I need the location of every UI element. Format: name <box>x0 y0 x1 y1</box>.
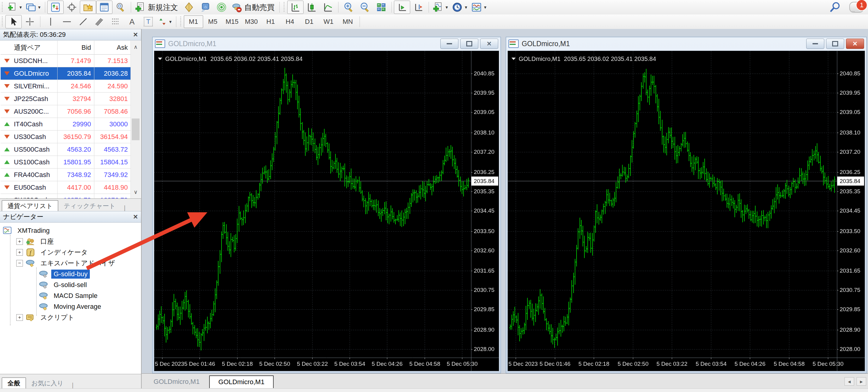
horizontal-line-button[interactable] <box>59 15 75 28</box>
toolbar-grip[interactable] <box>180 17 182 27</box>
toolbar-grip[interactable] <box>1 2 4 12</box>
line-chart-button[interactable] <box>320 1 336 14</box>
navigator-toggle-button[interactable] <box>80 1 96 14</box>
vertical-line-button[interactable] <box>42 15 59 28</box>
tab-tick-chart[interactable]: ティックチャート <box>58 201 121 211</box>
close-button[interactable]: ✕ <box>846 39 864 49</box>
chevron-down-icon[interactable]: ▼ <box>464 5 468 10</box>
scroll-up-button[interactable]: ∧ <box>131 41 141 53</box>
new-order-button[interactable]: 新規注文 <box>133 1 181 14</box>
tile-windows-button[interactable] <box>373 1 390 14</box>
close-button[interactable]: ✕ <box>480 39 498 49</box>
price-chart-canvas[interactable] <box>508 51 865 371</box>
candlestick-chart-button[interactable] <box>304 1 320 14</box>
timeframe-button-m1[interactable]: M1 <box>184 16 203 28</box>
tab-common[interactable]: 全般 <box>2 378 26 389</box>
notification-badge[interactable]: 1 <box>856 0 867 11</box>
minimize-button[interactable] <box>440 39 458 49</box>
window-titlebar[interactable]: GOLDmicro,M1 ✕ <box>506 37 867 50</box>
signals-button[interactable] <box>213 1 230 14</box>
chart-tab-0[interactable]: GOLDmicro,M1 <box>144 375 209 388</box>
tab-symbol-list[interactable]: 通貨ペアリスト <box>2 200 58 211</box>
strategy-tester-button[interactable] <box>113 1 129 14</box>
data-window-button[interactable] <box>64 1 80 14</box>
tree-item-[interactable]: +スクリプト <box>16 312 77 323</box>
timeframe-button-h4[interactable]: H4 <box>280 16 300 28</box>
new-chart-button[interactable]: ▼ <box>5 1 24 14</box>
zoom-in-button[interactable] <box>341 1 357 14</box>
indicators-button[interactable]: ▼ <box>431 1 450 14</box>
symbol-row-IT40Cash[interactable]: IT40Cash2999030000 <box>1 118 131 130</box>
chart-tab-1[interactable]: GOLDmicro,M1 <box>209 375 274 388</box>
bar-chart-button[interactable] <box>287 1 304 14</box>
symbol-row-US30Cash[interactable]: US30Cash36150.7936154.94 <box>1 130 131 143</box>
symbol-row-SWI20Cash[interactable]: SWI20Cash10971.7910976.79 <box>1 194 131 199</box>
tree-item-[interactable]: +口座 <box>16 236 56 247</box>
timeframe-button-m30[interactable]: M30 <box>242 16 261 28</box>
notifications-bubble[interactable]: 1 <box>849 2 864 13</box>
timeframe-button-m5[interactable]: M5 <box>203 16 222 28</box>
navigator-titlebar[interactable]: ナビゲーター ✕ <box>0 211 141 222</box>
chevron-down-icon[interactable]: ▼ <box>19 5 23 10</box>
auto-scroll-button[interactable] <box>394 1 410 14</box>
chevron-down-icon[interactable]: ▼ <box>484 5 487 10</box>
symbol-row-US100Cash[interactable]: US100Cash15801.9515804.15 <box>1 156 131 169</box>
symbol-row-USDCNH[interactable]: USDCNH...7.14797.1513 <box>1 55 131 67</box>
templates-button[interactable]: ▼ <box>470 1 489 14</box>
arrows-button[interactable]: ▼ <box>156 15 174 28</box>
tree-item-gsolidsell[interactable]: G-solid-sell <box>30 279 89 291</box>
tree-item-[interactable]: +fインディケータ <box>16 247 90 258</box>
timeframe-button-mn[interactable]: MN <box>338 16 358 28</box>
chevron-down-icon[interactable]: ▼ <box>37 5 41 10</box>
window-titlebar[interactable]: GOLDmicro,M1 ✕ <box>153 37 501 50</box>
timeframe-button-w1[interactable]: W1 <box>319 16 338 28</box>
crosshair-tool-button[interactable] <box>22 15 38 28</box>
tree-item-movingaverage[interactable]: Moving Average <box>30 301 103 312</box>
profiles-button[interactable]: ▼ <box>24 1 43 14</box>
search-icon[interactable] <box>830 1 841 13</box>
market-button[interactable]: ⌂ <box>197 1 213 14</box>
cursor-button[interactable] <box>5 15 22 28</box>
tree-expander[interactable]: − <box>16 260 23 267</box>
market-watch-titlebar[interactable]: 気配値表示: 05:36:29 ✕ <box>0 29 141 40</box>
symbol-row-FRA40Cash[interactable]: FRA40Cash7348.927349.92 <box>1 169 131 181</box>
tree-expander[interactable]: + <box>16 249 23 256</box>
timeframe-button-d1[interactable]: D1 <box>300 16 319 28</box>
toolbar-grip[interactable] <box>1 17 4 27</box>
terminal-toggle-button[interactable] <box>96 1 113 14</box>
chevron-down-icon[interactable]: ▼ <box>445 5 449 10</box>
minimize-button[interactable] <box>806 39 824 49</box>
restore-button[interactable] <box>826 39 844 49</box>
toolbar-grip[interactable] <box>283 2 285 12</box>
timeframe-button-h1[interactable]: H1 <box>261 16 280 28</box>
equidistant-channel-button[interactable] <box>91 15 107 28</box>
tree-item-gsolidbuy[interactable]: G-solid-buy <box>30 269 90 279</box>
symbol-row-EU50Cash[interactable]: EU50Cash4417.004418.90 <box>1 181 131 194</box>
tree-item-xmtrading[interactable]: XMTrading <box>3 225 52 236</box>
fibonacci-button[interactable] <box>107 15 124 28</box>
tree-expander[interactable]: + <box>16 238 23 245</box>
symbol-row-AUS200C[interactable]: AUS200C...7056.967058.46 <box>1 105 131 118</box>
symbol-row-GOLDmicro[interactable]: GOLDmicro2035.842036.28 <box>1 67 131 80</box>
metaeditor-button[interactable] <box>181 1 197 14</box>
periods-button[interactable]: ▼ <box>450 1 470 14</box>
restore-button[interactable] <box>460 39 478 49</box>
tree-item-macdsample[interactable]: MACD Sample <box>30 291 100 301</box>
text-button[interactable]: A <box>124 15 140 28</box>
scrollbar-thumb[interactable] <box>132 119 140 140</box>
tree-item-[interactable]: −エキスパートアドバイザ <box>16 258 117 269</box>
market-watch-toggle-button[interactable] <box>47 1 64 14</box>
close-icon[interactable]: ✕ <box>133 213 138 220</box>
autotrading-button[interactable]: 自動売買 <box>230 1 277 14</box>
trendline-button[interactable] <box>75 15 91 28</box>
timeframe-button-m15[interactable]: M15 <box>222 16 242 28</box>
tab-favorites[interactable]: お気に入り <box>26 378 69 389</box>
tree-expander[interactable]: + <box>16 314 23 321</box>
zoom-out-button[interactable] <box>357 1 373 14</box>
tab-scroll-right-button[interactable]: ► <box>857 377 866 386</box>
chevron-down-icon[interactable]: ▼ <box>168 20 173 24</box>
scroll-down-button[interactable]: ∨ <box>131 186 141 199</box>
chart-shift-button[interactable] <box>410 1 427 14</box>
symbol-row-US500Cash[interactable]: US500Cash4563.204563.72 <box>1 143 131 156</box>
tab-scroll-left-button[interactable]: ◄ <box>844 377 854 386</box>
